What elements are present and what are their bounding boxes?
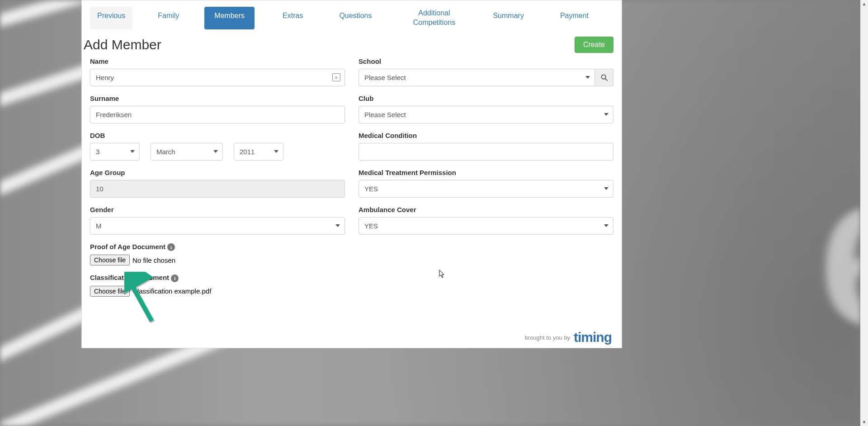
vertical-scrollbar[interactable]: ▲ ▼	[860, 0, 868, 426]
age-group-input	[90, 180, 345, 198]
club-label: Club	[359, 95, 613, 102]
svg-text:6: 6	[818, 170, 860, 362]
dob-year-select[interactable]: 2011	[234, 143, 283, 161]
scroll-up-arrow[interactable]: ▲	[860, 0, 868, 8]
classification-doc-label: Classification Document i	[90, 274, 345, 282]
nav-family[interactable]: Family	[148, 7, 189, 29]
info-icon[interactable]: i	[167, 243, 175, 251]
school-label: School	[359, 57, 613, 65]
nav-additional-competitions[interactable]: Additional Competitions	[397, 7, 471, 29]
footer: brought to you by timing	[525, 330, 612, 345]
age-group-label: Age Group	[90, 169, 345, 176]
footer-text: brought to you by	[525, 334, 570, 341]
medical-condition-label: Medical Condition	[359, 132, 613, 139]
create-button[interactable]: Create	[575, 37, 613, 53]
medical-condition-input[interactable]	[359, 143, 613, 161]
contact-card-icon[interactable]: ≡	[332, 73, 340, 81]
timing-logo: timing	[574, 330, 612, 345]
classification-filename: Classification example.pdf	[132, 287, 211, 295]
svg-line-7	[605, 78, 607, 80]
medical-permission-select[interactable]: YES	[359, 180, 613, 198]
search-icon	[601, 74, 608, 81]
right-column: School Please Select Club Please Select	[359, 57, 613, 305]
gender-label: Gender	[90, 206, 345, 213]
step-nav: Previous Family Members Extras Questions…	[82, 0, 622, 29]
classification-choose-file-button[interactable]: Choose file	[90, 286, 130, 297]
dob-label: DOB	[90, 132, 345, 139]
proof-filename: No file chosen	[132, 256, 175, 264]
nav-summary[interactable]: Summary	[483, 7, 533, 29]
nav-members[interactable]: Members	[204, 7, 255, 29]
scroll-down-arrow[interactable]: ▼	[860, 418, 868, 426]
nav-extras[interactable]: Extras	[273, 7, 313, 29]
gender-select[interactable]: M	[90, 217, 345, 235]
nav-previous[interactable]: Previous	[90, 7, 132, 29]
nav-payment[interactable]: Payment	[550, 7, 599, 29]
scroll-track[interactable]	[860, 8, 868, 418]
main-panel: Previous Family Members Extras Questions…	[81, 0, 622, 348]
dob-month-select[interactable]: March	[151, 143, 223, 161]
dob-day-select[interactable]: 3	[90, 143, 140, 161]
name-input[interactable]	[90, 69, 345, 86]
info-icon[interactable]: i	[171, 275, 179, 282]
proof-of-age-label: Proof of Age Document i	[90, 243, 345, 251]
page-title: Add Member	[84, 37, 161, 52]
club-select[interactable]: Please Select	[359, 106, 613, 123]
ambulance-cover-select[interactable]: YES	[359, 217, 613, 235]
school-select[interactable]: Please Select	[359, 69, 595, 86]
left-column: Name ≡ Surname DOB 3	[90, 57, 345, 305]
surname-input[interactable]	[90, 106, 345, 123]
medical-permission-label: Medical Treatment Permission	[359, 169, 613, 176]
name-label: Name	[90, 57, 345, 65]
nav-questions[interactable]: Questions	[329, 7, 382, 29]
surname-label: Surname	[90, 95, 345, 102]
proof-choose-file-button[interactable]: Choose file	[90, 255, 130, 265]
ambulance-cover-label: Ambulance Cover	[359, 206, 613, 213]
school-search-button[interactable]	[595, 69, 613, 86]
